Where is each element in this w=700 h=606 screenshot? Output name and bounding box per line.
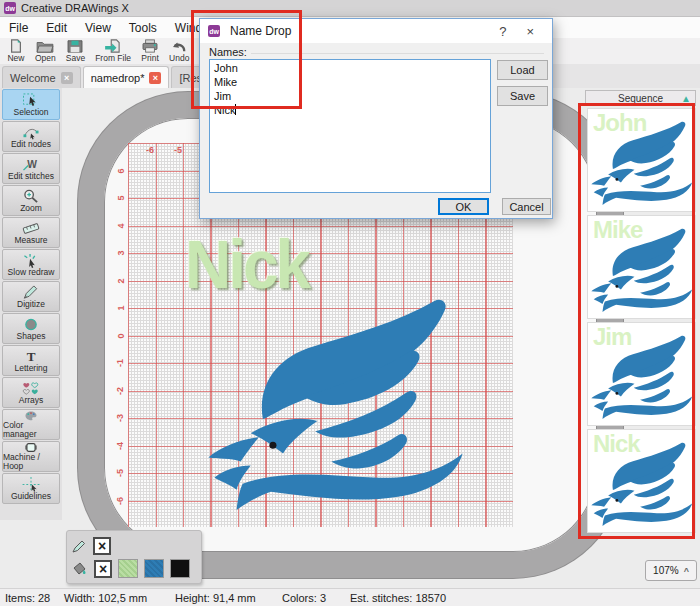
toolbar-label: New xyxy=(7,53,24,63)
ruler-label: -1 xyxy=(115,359,125,367)
sidebar-item-label: Guidelines xyxy=(11,492,51,501)
application-window: dw Creative DRAWings X File Edit View To… xyxy=(0,0,700,606)
sidebar-item-guidelines[interactable]: Guidelines xyxy=(2,473,60,504)
status-colors: Colors: 3 xyxy=(282,592,326,604)
tab-welcome[interactable]: Welcome × xyxy=(2,66,81,88)
ruler-icon xyxy=(22,221,40,236)
slow-redraw-icon xyxy=(22,253,40,268)
ruler-label: 3 xyxy=(116,250,126,255)
outline-pen-icon xyxy=(71,538,87,554)
tab-label: namedrop* xyxy=(91,72,145,84)
ruler-label: 6 xyxy=(116,168,126,173)
print-icon xyxy=(141,39,159,53)
print-button[interactable]: Print xyxy=(136,38,164,64)
save-button-dialog[interactable]: Save xyxy=(497,86,548,106)
thread-swatch-green[interactable] xyxy=(118,559,138,578)
save-icon xyxy=(66,39,84,53)
status-height: Height: 91,4 mm xyxy=(175,592,256,604)
open-button[interactable]: Open xyxy=(30,38,61,64)
ruler-label: -3 xyxy=(115,414,125,422)
tab-label: Welcome xyxy=(10,72,56,84)
toolbar-label: Undo xyxy=(169,53,189,63)
sidebar-item-label: Edit nodes xyxy=(11,140,51,149)
menu-view[interactable]: View xyxy=(76,19,120,37)
pen-icon xyxy=(22,285,40,300)
svg-text:T: T xyxy=(27,349,36,364)
status-bar: Items: 28 Width: 102,5 mm Height: 91,4 m… xyxy=(0,588,700,606)
status-stitches: Est. stitches: 18570 xyxy=(350,592,446,604)
close-icon[interactable]: × xyxy=(516,24,544,39)
ruler-label: -6 xyxy=(146,145,154,155)
tool-sidebar: Selection Edit nodes W Edit stitches Zoo… xyxy=(0,88,62,520)
ruler-label: 4 xyxy=(116,223,126,228)
sidebar-item-arrays[interactable]: Arrays xyxy=(2,377,60,408)
toolbar-label: Open xyxy=(35,53,56,63)
edit-nodes-icon xyxy=(22,125,40,140)
eagle-design[interactable] xyxy=(205,298,470,520)
sidebar-item-label: Shapes xyxy=(17,332,46,341)
thread-palette-panel: × × xyxy=(66,530,202,584)
thread-swatch-black[interactable] xyxy=(170,559,190,578)
import-from-file-icon xyxy=(104,39,122,53)
toolbar-label: From File xyxy=(95,53,131,63)
help-button[interactable]: ? xyxy=(489,24,516,39)
save-button[interactable]: Save xyxy=(61,38,90,64)
ok-button[interactable]: OK xyxy=(438,198,489,215)
selection-cursor-icon xyxy=(22,93,40,108)
sidebar-item-measure[interactable]: Measure xyxy=(2,217,60,248)
open-folder-icon xyxy=(36,39,54,53)
sidebar-item-label: Color manager xyxy=(3,421,59,439)
sidebar-item-label: Arrays xyxy=(19,396,44,405)
letter-t-icon: T xyxy=(22,349,40,364)
hearts-array-icon xyxy=(22,381,40,396)
no-fill-color-box[interactable]: × xyxy=(94,560,112,578)
sidebar-item-slow-redraw[interactable]: Slow redraw xyxy=(2,249,60,280)
sidebar-item-selection[interactable]: Selection xyxy=(2,89,60,120)
menu-edit[interactable]: Edit xyxy=(37,19,76,37)
sidebar-item-machine-hoop[interactable]: Machine / Hoop xyxy=(2,441,60,472)
tab-close-icon[interactable]: × xyxy=(61,72,73,84)
ruler-label: -5 xyxy=(115,469,125,477)
annotation-rectangle-sequence xyxy=(578,103,695,539)
ruler-label: 1 xyxy=(116,305,126,310)
undo-button[interactable]: Undo xyxy=(164,38,194,64)
guidelines-icon xyxy=(22,477,40,492)
new-document-icon xyxy=(7,39,25,53)
zoom-level-control[interactable]: 107% ^ xyxy=(645,560,697,581)
from-file-button[interactable]: From File xyxy=(90,38,136,64)
ruler-label: 5 xyxy=(116,195,126,200)
sidebar-item-shapes[interactable]: Shapes xyxy=(2,313,60,344)
sidebar-item-lettering[interactable]: T Lettering xyxy=(2,345,60,376)
design-lettering-nick[interactable]: Nick xyxy=(185,226,308,304)
sidebar-item-label: Zoom xyxy=(20,204,42,213)
sidebar-item-label: Machine / Hoop xyxy=(3,453,59,471)
status-width: Width: 102,5 mm xyxy=(64,592,147,604)
ruler-label: 0 xyxy=(116,333,126,338)
no-outline-color-box[interactable]: × xyxy=(93,537,111,555)
title-bar: dw Creative DRAWings X xyxy=(0,0,700,17)
menu-tools[interactable]: Tools xyxy=(120,19,166,37)
sidebar-item-label: Edit stitches xyxy=(8,172,54,181)
svg-text:W: W xyxy=(27,159,37,170)
window-title: Creative DRAWings X xyxy=(21,2,129,14)
tab-namedrop[interactable]: namedrop* × xyxy=(83,66,170,88)
edit-stitches-icon: W xyxy=(22,157,40,172)
sidebar-item-edit-stitches[interactable]: W Edit stitches xyxy=(2,153,60,184)
status-items: Items: 28 xyxy=(5,592,50,604)
sidebar-item-edit-nodes[interactable]: Edit nodes xyxy=(2,121,60,152)
app-logo-icon: dw xyxy=(4,2,16,14)
new-button[interactable]: New xyxy=(2,38,30,64)
tab-close-icon[interactable]: × xyxy=(149,72,161,84)
ruler-label: -2 xyxy=(115,387,125,395)
undo-arrow-icon xyxy=(170,39,188,53)
sidebar-item-digitize[interactable]: Digitize xyxy=(2,281,60,312)
fill-bucket-icon xyxy=(71,561,88,577)
load-button[interactable]: Load xyxy=(497,60,548,80)
cancel-button[interactable]: Cancel xyxy=(502,198,551,215)
sequence-title: Sequence xyxy=(618,93,663,104)
chevron-up-icon: ^ xyxy=(684,566,689,576)
menu-file[interactable]: File xyxy=(0,19,37,37)
thread-swatch-blue[interactable] xyxy=(144,559,164,578)
sidebar-item-zoom[interactable]: Zoom xyxy=(2,185,60,216)
sidebar-item-color-manager[interactable]: Color manager xyxy=(2,409,60,440)
